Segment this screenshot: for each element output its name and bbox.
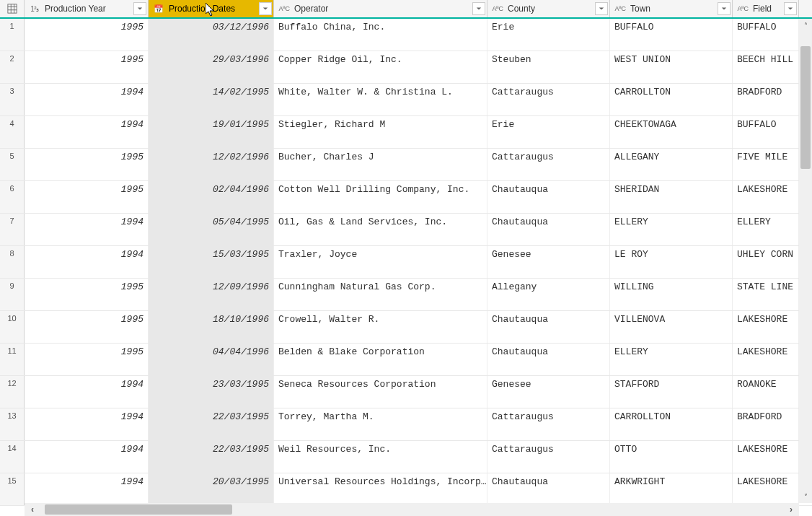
cell-county[interactable]: Chautauqua — [487, 214, 610, 245]
column-header-county[interactable]: County — [487, 0, 610, 17]
cell-dates[interactable]: 29/03/1996 — [149, 51, 274, 83]
cell-dates[interactable]: 03/12/1996 — [149, 19, 274, 51]
row-number[interactable]: 4 — [0, 116, 25, 148]
filter-dropdown-button[interactable] — [259, 2, 272, 15]
table-row[interactable]: 6199502/04/1996Cotton Well Drilling Comp… — [0, 181, 812, 214]
cell-operator[interactable]: Cunningham Natural Gas Corp. — [274, 279, 487, 310]
cell-dates[interactable]: 05/04/1995 — [149, 214, 274, 245]
cell-year[interactable]: 1994 — [25, 214, 149, 245]
cell-dates[interactable]: 22/03/1995 — [149, 408, 274, 440]
cell-year[interactable]: 1995 — [25, 344, 149, 375]
scroll-left-arrow[interactable]: ‹ — [25, 503, 40, 516]
cell-dates[interactable]: 23/03/1995 — [149, 376, 274, 408]
cell-county[interactable]: Cattaraugus — [487, 441, 610, 473]
row-number[interactable]: 15 — [0, 473, 25, 505]
cell-field[interactable]: LAKESHORE — [733, 344, 799, 375]
table-row[interactable]: 8199415/03/1995Traxler, JoyceGeneseeLE R… — [0, 246, 812, 279]
horizontal-scrollbar[interactable]: ‹ › — [25, 503, 799, 516]
cell-field[interactable]: ROANOKE — [733, 376, 799, 408]
table-row[interactable]: 13199422/03/1995Torrey, Martha M.Cattara… — [0, 408, 812, 441]
scroll-track[interactable] — [40, 503, 783, 516]
table-row[interactable]: 10199518/10/1996Crowell, Walter R.Chauta… — [0, 311, 812, 344]
cell-county[interactable]: Steuben — [487, 51, 610, 83]
cell-town[interactable]: CARROLLTON — [610, 84, 733, 115]
cell-operator[interactable]: White, Walter W. & Christina L. — [274, 84, 487, 115]
cell-town[interactable]: STAFFORD — [610, 376, 733, 408]
cell-county[interactable]: Chautauqua — [487, 181, 610, 213]
table-row[interactable]: 14199422/03/1995Weil Resources, Inc.Catt… — [0, 441, 812, 473]
cell-field[interactable]: ELLERY — [733, 214, 799, 245]
cell-year[interactable]: 1995 — [25, 149, 149, 180]
cell-county[interactable]: Allegany — [487, 279, 610, 310]
cell-field[interactable]: LAKESHORE — [733, 311, 799, 343]
corner-cell[interactable] — [0, 0, 25, 17]
cell-year[interactable]: 1995 — [25, 279, 149, 310]
row-number[interactable]: 11 — [0, 344, 25, 375]
filter-dropdown-button[interactable] — [472, 2, 485, 15]
cell-year[interactable]: 1994 — [25, 408, 149, 440]
table-row[interactable]: 1199503/12/1996Buffalo China, Inc.ErieBU… — [0, 19, 812, 51]
table-row[interactable]: 5199512/02/1996Bucher, Charles JCattarau… — [0, 149, 812, 181]
row-number[interactable]: 10 — [0, 311, 25, 343]
scroll-track[interactable] — [799, 32, 812, 490]
row-number[interactable]: 5 — [0, 149, 25, 180]
cell-operator[interactable]: Bucher, Charles J — [274, 149, 487, 180]
cell-town[interactable]: CARROLLTON — [610, 408, 733, 440]
scroll-right-arrow[interactable]: › — [783, 503, 799, 516]
cell-field[interactable]: BUFFALO — [733, 116, 799, 148]
row-number[interactable]: 3 — [0, 84, 25, 115]
cell-county[interactable]: Genesee — [487, 376, 610, 408]
table-row[interactable]: 15199420/03/1995Universal Resources Hold… — [0, 473, 812, 506]
column-header-operator[interactable]: Operator — [274, 0, 487, 17]
cell-town[interactable]: WEST UNION — [610, 51, 733, 83]
scroll-thumb[interactable] — [45, 504, 232, 515]
cell-town[interactable]: ALLEGANY — [610, 149, 733, 180]
cell-year[interactable]: 1995 — [25, 19, 149, 51]
row-number[interactable]: 2 — [0, 51, 25, 83]
scroll-up-arrow[interactable]: ˄ — [799, 19, 812, 32]
column-header-year[interactable]: Production Year — [25, 0, 149, 17]
cell-town[interactable]: ELLERY — [610, 344, 733, 375]
cell-year[interactable]: 1995 — [25, 51, 149, 83]
cell-operator[interactable]: Torrey, Martha M. — [274, 408, 487, 440]
cell-operator[interactable]: Cotton Well Drilling Company, Inc. — [274, 181, 487, 213]
table-row[interactable]: 2199529/03/1996Copper Ridge Oil, Inc.Ste… — [0, 51, 812, 84]
cell-county[interactable]: Cattaraugus — [487, 149, 610, 180]
cell-town[interactable]: BUFFALO — [610, 19, 733, 51]
cell-field[interactable]: BRADFORD — [733, 408, 799, 440]
filter-dropdown-button[interactable] — [595, 2, 608, 15]
cell-field[interactable]: STATE LINE — [733, 279, 799, 310]
cell-dates[interactable]: 02/04/1996 — [149, 181, 274, 213]
cell-county[interactable]: Cattaraugus — [487, 84, 610, 115]
cell-dates[interactable]: 20/03/1995 — [149, 473, 274, 505]
cell-operator[interactable]: Belden & Blake Corporation — [274, 344, 487, 375]
cell-dates[interactable]: 12/02/1996 — [149, 149, 274, 180]
cell-year[interactable]: 1994 — [25, 246, 149, 278]
column-header-dates[interactable]: Production Dates — [149, 0, 274, 17]
row-number[interactable]: 13 — [0, 408, 25, 440]
column-header-town[interactable]: Town — [610, 0, 733, 17]
cell-dates[interactable]: 04/04/1996 — [149, 344, 274, 375]
cell-operator[interactable]: Weil Resources, Inc. — [274, 441, 487, 473]
cell-year[interactable]: 1995 — [25, 181, 149, 213]
table-row[interactable]: 12199423/03/1995Seneca Resources Corpora… — [0, 376, 812, 408]
cell-field[interactable]: BEECH HILL — [733, 51, 799, 83]
cell-county[interactable]: Erie — [487, 19, 610, 51]
row-number[interactable]: 8 — [0, 246, 25, 278]
cell-operator[interactable]: Stiegler, Richard M — [274, 116, 487, 148]
cell-county[interactable]: Chautauqua — [487, 344, 610, 375]
cell-year[interactable]: 1994 — [25, 376, 149, 408]
row-number[interactable]: 9 — [0, 279, 25, 310]
cell-dates[interactable]: 15/03/1995 — [149, 246, 274, 278]
cell-field[interactable]: BUFFALO — [733, 19, 799, 51]
table-row[interactable]: 9199512/09/1996Cunningham Natural Gas Co… — [0, 279, 812, 311]
cell-county[interactable]: Erie — [487, 116, 610, 148]
cell-county[interactable]: Chautauqua — [487, 473, 610, 505]
cell-operator[interactable]: Buffalo China, Inc. — [274, 19, 487, 51]
cell-year[interactable]: 1994 — [25, 441, 149, 473]
vertical-scrollbar[interactable]: ˄ ˅ — [799, 19, 812, 503]
cell-town[interactable]: ELLERY — [610, 214, 733, 245]
cell-field[interactable]: UHLEY CORN — [733, 246, 799, 278]
column-header-field[interactable]: Field — [733, 0, 799, 17]
cell-town[interactable]: WILLING — [610, 279, 733, 310]
